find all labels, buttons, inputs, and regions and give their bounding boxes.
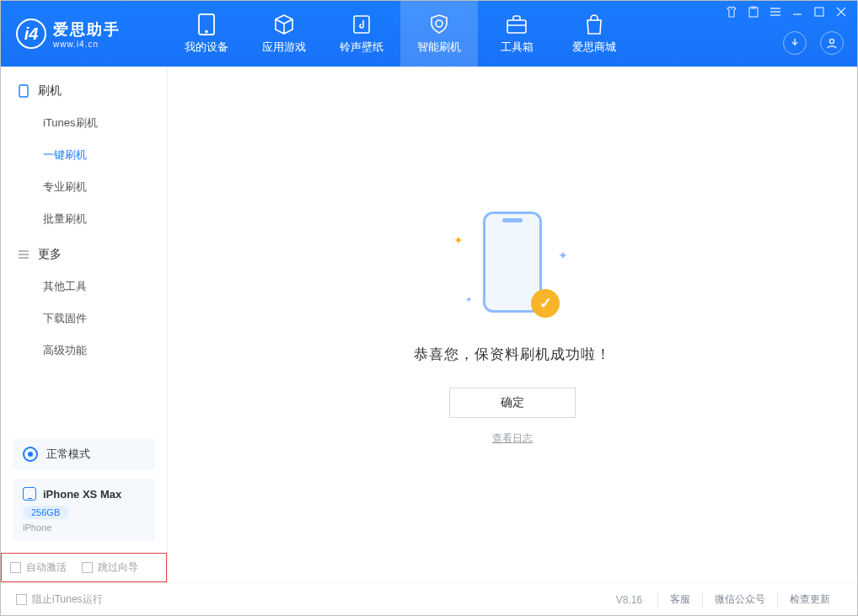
user-button[interactable]	[820, 31, 844, 55]
svg-rect-5	[749, 8, 758, 17]
sidebar: 刷机 iTunes刷机 一键刷机 专业刷机 批量刷机 更多 其他工具 下载固件 …	[1, 67, 168, 582]
stop-itunes-checkbox[interactable]: 阻止iTunes运行	[16, 592, 103, 607]
checkbox-icon	[82, 562, 93, 573]
phone-icon	[23, 487, 36, 501]
tab-toolbox[interactable]: 工具箱	[478, 1, 555, 67]
sparkle-icon: ✦	[453, 233, 464, 247]
success-message: 恭喜您，保资料刷机成功啦！	[414, 345, 611, 364]
clipboard-icon[interactable]	[748, 6, 759, 18]
ok-button[interactable]: 确定	[449, 388, 576, 418]
window-controls-top	[726, 6, 847, 18]
phone-outline-icon	[18, 85, 29, 97]
mode-indicator-icon	[23, 447, 38, 462]
minimize-button[interactable]	[791, 6, 803, 18]
device-info-card[interactable]: iPhone XS Max 256GB iPhone	[13, 479, 155, 541]
checkbox-icon	[16, 594, 27, 605]
options-row: 自动激活 跳过向导	[1, 553, 167, 582]
view-log-link[interactable]: 查看日志	[492, 431, 533, 446]
section-header-flash: 刷机	[1, 72, 167, 107]
svg-rect-6	[815, 8, 823, 16]
tab-ringtones-wallpapers[interactable]: 铃声壁纸	[323, 1, 400, 67]
device-name: iPhone XS Max	[43, 488, 121, 501]
tab-store[interactable]: 爱思商城	[555, 1, 633, 67]
footer: 阻止iTunes运行 V8.16 客服 微信公众号 检查更新	[1, 582, 857, 616]
main-panel: ✓ ✦ ✦ ✦ 恭喜您，保资料刷机成功啦！ 确定 查看日志	[168, 67, 857, 582]
tab-my-device[interactable]: 我的设备	[168, 1, 245, 67]
app-logo: i4 爱思助手 www.i4.cn	[1, 19, 168, 49]
sidebar-item-advanced[interactable]: 高级功能	[1, 335, 167, 367]
app-header: i4 爱思助手 www.i4.cn 我的设备 应用游戏 铃声壁纸 智能刷机 工具…	[1, 1, 857, 67]
auto-activate-checkbox[interactable]: 自动激活	[10, 560, 67, 575]
footer-link-wechat[interactable]: 微信公众号	[702, 592, 777, 607]
bag-icon	[582, 13, 606, 36]
list-icon	[18, 249, 29, 260]
tab-smart-flash[interactable]: 智能刷机	[400, 1, 478, 67]
checkbox-icon	[10, 562, 21, 573]
music-icon	[350, 13, 373, 36]
device-mode-label: 正常模式	[46, 447, 90, 462]
svg-rect-4	[507, 20, 526, 33]
tshirt-icon[interactable]	[726, 6, 737, 18]
sidebar-item-pro-flash[interactable]: 专业刷机	[1, 171, 167, 203]
menu-icon[interactable]	[770, 6, 781, 18]
footer-link-check-update[interactable]: 检查更新	[777, 592, 842, 607]
logo-icon: i4	[16, 19, 46, 49]
section-header-more: 更多	[1, 235, 167, 271]
svg-point-7	[830, 40, 834, 44]
version-label: V8.16	[616, 594, 642, 606]
check-badge-icon: ✓	[531, 289, 560, 318]
close-button[interactable]	[835, 6, 847, 18]
device-type: iPhone	[23, 522, 145, 533]
download-button[interactable]	[783, 31, 807, 55]
success-illustration: ✓ ✦ ✦ ✦	[437, 203, 588, 329]
sidebar-item-other-tools[interactable]: 其他工具	[1, 271, 167, 303]
sidebar-item-batch-flash[interactable]: 批量刷机	[1, 203, 167, 235]
main-tabs: 我的设备 应用游戏 铃声壁纸 智能刷机 工具箱 爱思商城	[168, 1, 633, 67]
cube-icon	[272, 13, 296, 36]
device-icon	[195, 13, 218, 36]
svg-point-1	[206, 30, 208, 33]
svg-rect-8	[19, 85, 28, 97]
device-mode-card[interactable]: 正常模式	[13, 438, 155, 470]
header-actions	[783, 31, 844, 55]
logo-subtitle: www.i4.cn	[53, 40, 121, 49]
tab-apps-games[interactable]: 应用游戏	[245, 1, 323, 67]
sidebar-item-oneclick-flash[interactable]: 一键刷机	[1, 139, 167, 171]
toolbox-icon	[505, 13, 528, 36]
sparkle-icon: ✦	[465, 295, 472, 304]
sidebar-item-download-firmware[interactable]: 下载固件	[1, 303, 167, 335]
skip-wizard-checkbox[interactable]: 跳过向导	[82, 560, 138, 575]
sparkle-icon: ✦	[558, 249, 568, 262]
maximize-button[interactable]	[813, 6, 825, 18]
footer-link-support[interactable]: 客服	[657, 592, 702, 607]
svg-point-3	[436, 20, 442, 27]
shield-icon	[427, 13, 451, 36]
sidebar-item-itunes-flash[interactable]: iTunes刷机	[1, 107, 167, 139]
logo-title: 爱思助手	[53, 19, 121, 40]
device-storage-badge: 256GB	[23, 506, 68, 519]
